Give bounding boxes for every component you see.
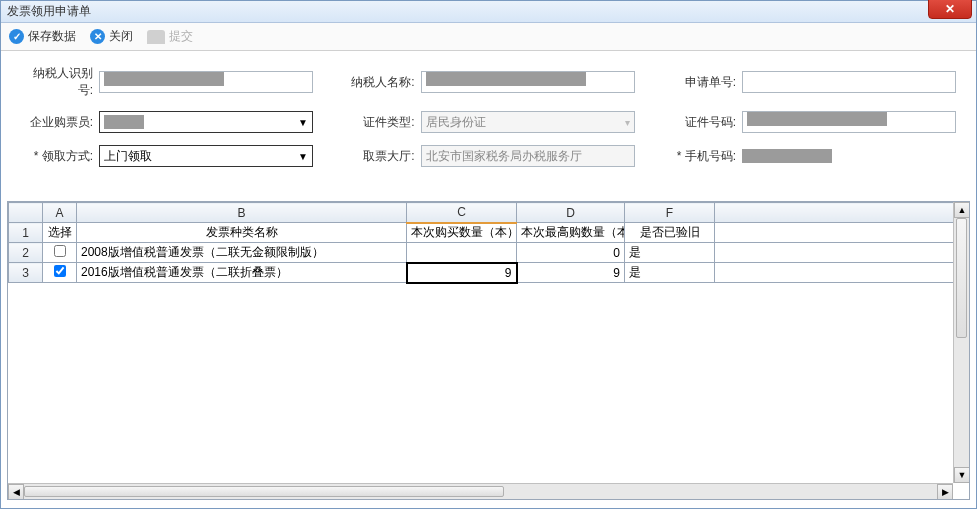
close-button[interactable]: ✕ 关闭 [90,28,133,45]
pickup-select[interactable]: 上门领取 ▼ [99,145,313,167]
window-title: 发票领用申请单 [7,3,970,20]
save-label: 保存数据 [28,28,76,45]
cert-no-input[interactable] [742,111,956,133]
request-no-input[interactable] [742,71,956,93]
corner-cell[interactable] [9,203,43,223]
cert-type-label: 证件类型: [343,114,421,131]
header-select: 选择 [43,223,77,243]
select-cell[interactable] [43,263,77,283]
phone-input[interactable] [742,149,956,163]
col-A[interactable]: A [43,203,77,223]
pickup-value: 上门领取 [104,148,152,165]
col-D[interactable]: D [517,203,625,223]
close-icon: ✕ [945,2,955,16]
buy-qty-cell[interactable] [407,243,517,263]
cert-type-value: 居民身份证 [426,114,486,131]
redacted-value [104,72,224,86]
pickup-label: * 领取方式: [21,148,99,165]
vertical-scrollbar[interactable]: ▲ ▼ [953,202,969,483]
col-blank [715,203,969,223]
row-hdr[interactable]: 3 [9,263,43,283]
window-close-button[interactable]: ✕ [928,0,972,19]
table-row[interactable]: 2 2008版增值税普通发票（二联无金额限制版） 0 是 [9,243,969,263]
submit-label: 提交 [169,28,193,45]
x-icon: ✕ [90,29,105,44]
row-1-hdr[interactable]: 1 [9,223,43,243]
header-row: 1 选择 发票种类名称 本次购买数量（本） 本次最高购数量（本） 是否已验旧 [9,223,969,243]
buyer-select[interactable]: ▼ [99,111,313,133]
verified-cell[interactable]: 是 [625,243,715,263]
request-no-label: 申请单号: [664,74,742,91]
row-checkbox[interactable] [54,245,66,257]
save-button[interactable]: ✓ 保存数据 [9,28,76,45]
col-F[interactable]: F [625,203,715,223]
select-cell[interactable] [43,243,77,263]
phone-label: * 手机号码: [664,148,742,165]
scroll-thumb[interactable] [24,486,504,497]
cert-no-label: 证件号码: [664,114,742,131]
blank-cell [715,243,969,263]
invoice-grid: A B C D F 1 选择 发票种类名称 本次购买数量（本） 本次最高购数量（… [8,202,969,284]
redacted-value [426,72,586,86]
table-row[interactable]: 3 2016版增值税普通发票（二联折叠票） 9 9 是 [9,263,969,283]
row-hdr[interactable]: 2 [9,243,43,263]
hall-input [421,145,635,167]
hall-label: 取票大厅: [343,148,421,165]
header-max-qty: 本次最高购数量（本） [517,223,625,243]
redacted-value [104,115,144,129]
taxpayer-id-input[interactable] [99,71,313,93]
name-cell[interactable]: 2008版增值税普通发票（二联无金额限制版） [77,243,407,263]
taxpayer-name-label: 纳税人名称: [343,74,421,91]
taxpayer-name-input[interactable] [421,71,635,93]
scroll-thumb[interactable] [956,218,967,338]
chevron-down-icon: ▾ [625,117,630,128]
horizontal-scrollbar[interactable]: ◀ ▶ [8,483,953,499]
redacted-value [742,149,832,163]
buyer-label: 企业购票员: [21,114,99,131]
chevron-down-icon: ▼ [298,151,308,162]
max-qty-cell[interactable]: 0 [517,243,625,263]
form-area: 纳税人识别号: 纳税人名称: 申请单号: 企业购票员: ▼ 证件类型: [1,51,976,185]
header-verified: 是否已验旧 [625,223,715,243]
taxpayer-id-label: 纳税人识别号: [21,65,99,99]
scroll-up-button[interactable]: ▲ [954,202,970,218]
upload-icon [147,30,165,44]
scroll-down-button[interactable]: ▼ [954,467,970,483]
scroll-right-button[interactable]: ▶ [937,484,953,500]
app-window: 发票领用申请单 ✕ ✓ 保存数据 ✕ 关闭 提交 纳税人识别号: 纳税人名称: [0,0,977,509]
name-cell[interactable]: 2016版增值税普通发票（二联折叠票） [77,263,407,283]
scroll-left-button[interactable]: ◀ [8,484,24,500]
cert-type-select: 居民身份证 ▾ [421,111,635,133]
grid-container: A B C D F 1 选择 发票种类名称 本次购买数量（本） 本次最高购数量（… [7,201,970,500]
header-buy-qty: 本次购买数量（本） [407,223,517,243]
col-B[interactable]: B [77,203,407,223]
col-C[interactable]: C [407,203,517,223]
toolbar: ✓ 保存数据 ✕ 关闭 提交 [1,23,976,51]
verified-cell[interactable]: 是 [625,263,715,283]
max-qty-cell[interactable]: 9 [517,263,625,283]
chevron-down-icon: ▼ [298,117,308,128]
blank-cell [715,223,969,243]
buy-qty-cell-editing[interactable]: 9 [407,263,517,283]
row-checkbox[interactable] [54,265,66,277]
column-letter-row: A B C D F [9,203,969,223]
header-name: 发票种类名称 [77,223,407,243]
titlebar: 发票领用申请单 [1,1,976,23]
blank-cell [715,263,969,283]
close-label: 关闭 [109,28,133,45]
redacted-value [747,112,887,126]
submit-button: 提交 [147,28,193,45]
check-icon: ✓ [9,29,24,44]
